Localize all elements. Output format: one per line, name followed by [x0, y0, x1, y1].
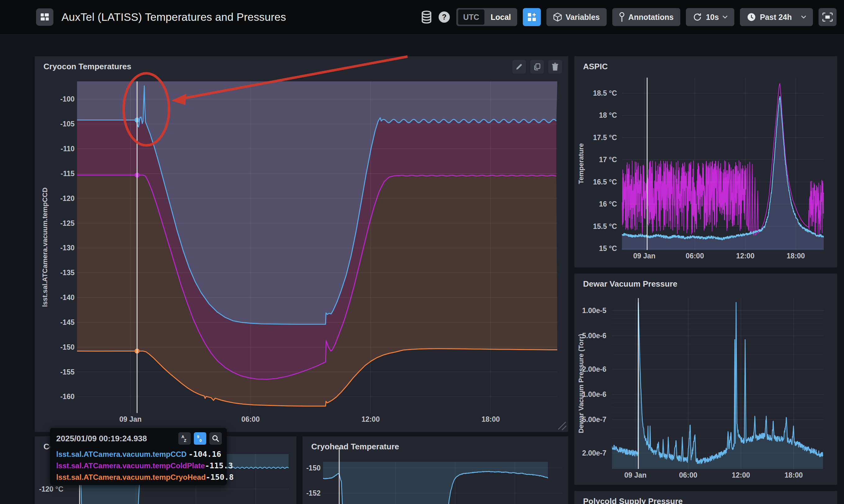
- svg-text:Z: Z: [184, 438, 186, 443]
- svg-text:1.00e-5: 1.00e-5: [582, 306, 606, 314]
- tv-mode-button[interactable]: [819, 8, 837, 26]
- page-title: AuxTel (LATISS) Temperatures and Pressur…: [61, 11, 286, 23]
- svg-text:-110: -110: [60, 145, 75, 153]
- panel-polycold-supply-pressure: Polycold Supply Pressure: [574, 491, 838, 504]
- grid-icon: [40, 13, 49, 22]
- timezone-toggle: UTC Local: [456, 8, 517, 26]
- dewar-chart[interactable]: 1.00e-55.00e-62.00e-61.00e-65.00e-72.00e…: [574, 273, 837, 484]
- tooltip-timestamp: 2025/01/09 00:19:24.938: [56, 434, 175, 444]
- svg-text:-155: -155: [60, 368, 75, 376]
- add-panel-button[interactable]: [523, 8, 541, 26]
- svg-text:-150: -150: [306, 464, 321, 472]
- tooltip-row: lsst.sal.ATCamera.vacuum.tempCryoHead -1…: [56, 471, 221, 483]
- tooltip-row: lsst.sal.ATCamera.vacuum.tempColdPlate -…: [56, 460, 221, 471]
- svg-text:12:00: 12:00: [362, 415, 380, 423]
- svg-text:12:00: 12:00: [736, 252, 755, 260]
- dashboards-grid-button[interactable]: [36, 8, 53, 26]
- svg-text:15 °C: 15 °C: [599, 245, 617, 252]
- chevron-down-icon: [801, 16, 806, 19]
- svg-text:18 °C: 18 °C: [599, 111, 617, 119]
- svg-text:0: 0: [199, 438, 202, 443]
- svg-text:-140: -140: [60, 293, 75, 302]
- svg-text:-130: -130: [60, 244, 75, 252]
- dewar-plot-area: [612, 303, 823, 469]
- timezone-local[interactable]: Local: [485, 13, 517, 22]
- svg-text:06:00: 06:00: [241, 415, 260, 423]
- svg-text:09 Jan: 09 Jan: [119, 415, 142, 423]
- svg-text:18:00: 18:00: [482, 415, 500, 423]
- svg-text:18:00: 18:00: [785, 471, 803, 479]
- x-axis-labels: 09 Jan06:0012:0018:00: [119, 415, 500, 423]
- clock-icon: [747, 13, 756, 22]
- sort-alpha-button[interactable]: AZ: [178, 432, 191, 445]
- svg-text:-145: -145: [60, 318, 75, 326]
- svg-text:-120 °C: -120 °C: [39, 485, 64, 493]
- svg-text:06:00: 06:00: [679, 471, 697, 479]
- time-range-button[interactable]: Past 24h: [740, 8, 813, 26]
- svg-text:18.5 °C: 18.5 °C: [593, 89, 617, 97]
- svg-text:06:00: 06:00: [686, 252, 704, 260]
- svg-text:9: 9: [197, 434, 199, 439]
- y-axis-labels: 1.00e-55.00e-62.00e-61.00e-65.00e-72.00e…: [582, 306, 606, 457]
- time-range-label: Past 24h: [760, 13, 792, 22]
- svg-text:-105: -105: [60, 120, 75, 128]
- cryocon-chart[interactable]: -100-105-110-115-120-125-130-135-140-145…: [35, 56, 568, 432]
- svg-text:17 °C: 17 °C: [599, 156, 617, 164]
- top-nav: AuxTel (LATISS) Temperatures and Pressur…: [0, 0, 844, 34]
- svg-text:09 Jan: 09 Jan: [624, 471, 647, 479]
- y-axis-title: Dewar Vacuum Pressure (Torr): [577, 334, 585, 433]
- svg-text:-125: -125: [60, 219, 75, 227]
- svg-text:-115: -115: [60, 169, 75, 178]
- svg-text:-150: -150: [60, 343, 75, 351]
- refresh-interval-label: 10s: [706, 13, 719, 22]
- y-axis-title: lsst.sal.ATCamera.vacuum.tempCCD: [41, 187, 49, 307]
- svg-text:16 °C: 16 °C: [599, 200, 617, 208]
- sort-numeric-button[interactable]: 90: [194, 432, 206, 445]
- variables-button[interactable]: Variables: [546, 8, 607, 26]
- svg-text:12:00: 12:00: [732, 471, 750, 479]
- annotations-button[interactable]: Annotations: [612, 8, 681, 26]
- aspic-plot-area: [622, 84, 824, 250]
- x-axis-labels: 09 Jan06:0012:0018:00: [633, 252, 805, 260]
- svg-text:?: ?: [442, 13, 447, 21]
- y-axis-title: Temperature: [577, 143, 585, 184]
- svg-text:-152: -152: [306, 489, 321, 497]
- timezone-utc[interactable]: UTC: [458, 9, 484, 25]
- aspic-chart[interactable]: 18.5 °C18 °C17.5 °C17 °C16.5 °C16 °C15.5…: [574, 56, 837, 267]
- annotations-label: Annotations: [628, 13, 674, 22]
- y-axis-labels: -150-152: [306, 464, 321, 497]
- svg-text:2.00e-6: 2.00e-6: [582, 365, 606, 373]
- refresh-icon: [693, 13, 702, 22]
- help-icon[interactable]: ?: [438, 11, 451, 23]
- y-axis-labels: -100-105-110-115-120-125-130-135-140-145…: [60, 95, 75, 401]
- svg-text:15.5 °C: 15.5 °C: [593, 222, 617, 230]
- y-axis-labels: -120 °C: [39, 485, 64, 493]
- svg-text:1.00e-6: 1.00e-6: [582, 390, 606, 398]
- svg-text:5.00e-7: 5.00e-7: [582, 415, 606, 424]
- variables-label: Variables: [566, 13, 600, 22]
- cube-icon: [553, 13, 562, 22]
- svg-text:-160: -160: [60, 393, 75, 401]
- pin-icon: [619, 12, 625, 22]
- x-axis-labels: 09 Jan06:0012:0018:00: [624, 471, 803, 479]
- svg-text:09 Jan: 09 Jan: [633, 252, 656, 260]
- datasource-icon[interactable]: [421, 11, 432, 23]
- dashboard-screen: AuxTel (LATISS) Temperatures and Pressur…: [0, 0, 844, 504]
- cryocon-plot-area: [77, 82, 557, 406]
- search-series-button[interactable]: [209, 432, 222, 445]
- search-icon: [212, 435, 219, 442]
- panel-title: Polycold Supply Pressure: [583, 497, 683, 504]
- y-axis-labels: 18.5 °C18 °C17.5 °C17 °C16.5 °C16 °C15.5…: [593, 89, 617, 252]
- chart-tooltip: 2025/01/09 00:19:24.938 AZ 90 lsst.sal.A…: [50, 428, 227, 485]
- tooltip-row: lsst.sal.ATCamera.vacuum.tempCCD -104.16: [56, 448, 221, 460]
- svg-text:-100: -100: [60, 95, 75, 103]
- svg-text:-120: -120: [60, 194, 75, 202]
- svg-text:18:00: 18:00: [787, 252, 805, 260]
- svg-text:-135: -135: [60, 269, 75, 277]
- svg-text:2.00e-7: 2.00e-7: [582, 449, 606, 457]
- svg-text:5.00e-6: 5.00e-6: [582, 332, 606, 340]
- chevron-down-icon: [722, 16, 728, 19]
- refresh-interval-button[interactable]: 10s: [686, 8, 734, 26]
- cryohead-chart[interactable]: -150-152lsst.sal.ATCamera.vacuum.tempCry…: [302, 436, 568, 504]
- fullscreen-icon: [822, 13, 833, 22]
